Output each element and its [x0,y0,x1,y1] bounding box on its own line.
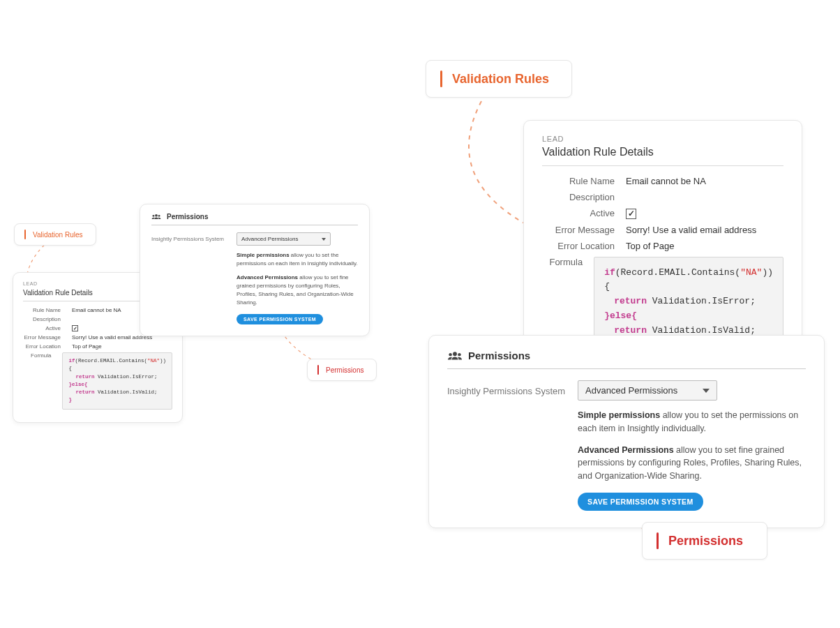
tag-accent-bar [24,230,26,239]
vrd-value-error-message: Sorry! Use a valid email address [72,334,152,341]
permissions-title: Permissions [468,350,530,361]
vrd-label-error-location: Error Location [23,343,72,350]
fx-expr: (Record.EMAIL.Contains( [75,358,147,364]
vrd-label-error-location: Error Location [542,241,626,251]
permissions-system-label: Insightly Permissions System [151,232,224,324]
tag-accent-bar [657,532,659,549]
save-permission-system-button[interactable]: SAVE PERMISSION SYSTEM [237,314,323,324]
simple-bold: Simple permissions [578,410,660,420]
fx-ret2: Validation.IsValid; [647,325,756,336]
tag-validation-rules-small: Validation Rules [14,223,96,246]
vrd-value-error-message: Sorry! Use a valid email address [626,225,756,235]
svg-point-2 [458,352,460,355]
vrd-title: Validation Rule Details [542,146,783,166]
fx-str: "NA" [740,267,762,278]
vrd-active-checkbox[interactable] [626,209,636,219]
vrd-label-error-message: Error Message [542,225,626,235]
fx-if: if [604,267,615,278]
fx-return: return [75,374,94,380]
fx-brace2: { [84,382,88,387]
svg-point-5 [158,215,160,217]
vrd-label-formula: Formula [23,352,62,359]
simple-permissions-desc: Simple permissions allow you to set the … [578,409,806,435]
vrd-label-formula: Formula [542,257,594,267]
fx-endbrace: } [68,397,72,403]
vrd-value-error-location: Top of Page [72,343,102,350]
tag-accent-bar [440,70,442,87]
fx-str: "NA" [147,358,160,364]
vrd-label-description: Description [23,316,72,322]
svg-point-4 [153,215,155,217]
chevron-down-icon [703,389,710,393]
fx-brace2: { [631,311,637,321]
tag-permissions-large: Permissions [642,522,767,560]
fx-expr: (Record.EMAIL.Contains( [615,267,740,278]
fx-ret1: Validation.IsError; [647,296,756,306]
vrd-category-label: LEAD [542,135,783,143]
tag-label: Permissions [668,534,743,548]
fx-ret1: Validation.IsError; [94,374,157,380]
permissions-system-label: Insightly Permissions System [447,380,565,511]
tag-validation-rules-large: Validation Rules [426,60,572,98]
tag-label: Permissions [326,366,363,374]
fx-return2: return [614,325,647,336]
chevron-down-icon [322,238,326,241]
tag-permissions-small: Permissions [307,359,377,381]
advanced-permissions-desc: Advanced Permissions allow you to set fi… [578,444,806,483]
fx-return: return [614,296,647,306]
select-value: Advanced Permissions [241,236,298,242]
vrd-value-error-location: Top of Page [626,241,674,251]
simple-bold: Simple permissions [237,252,290,258]
tag-label: Validation Rules [33,231,83,239]
vrd-label-rule-name: Rule Name [23,307,72,313]
adv-bold: Advanced Permissions [578,445,674,455]
permissions-system-select[interactable]: Advanced Permissions [237,232,331,246]
vrd-value-rule-name: Email cannot be NA [626,176,706,186]
vrd-active-checkbox[interactable] [72,325,78,331]
vrd-value-rule-name: Email cannot be NA [72,307,121,313]
vrd-label-rule-name: Rule Name [542,176,626,186]
fx-brace: } [604,311,610,321]
formula-box-small: if(Record.EMAIL.Contains("NA")){ return … [62,352,172,410]
permissions-title: Permissions [167,213,208,220]
simple-permissions-desc: Simple permissions allow you to set the … [237,251,358,268]
svg-point-0 [453,352,457,356]
fx-ret2: Validation.IsValid; [94,389,157,395]
select-value: Advanced Permissions [585,385,677,396]
save-permission-system-button[interactable]: SAVE PERMISSION SYSTEM [578,493,703,511]
vrd-label-active: Active [23,325,72,331]
fx-return2: return [75,389,94,395]
vrd-label-error-message: Error Message [23,334,72,341]
group-icon [447,351,463,361]
fx-else: else [610,311,631,321]
group-icon [151,214,161,220]
svg-point-1 [449,352,451,355]
tag-label: Validation Rules [452,72,549,87]
svg-point-3 [155,214,158,217]
permissions-panel-large: Permissions Insightly Permissions System… [428,335,825,528]
permissions-panel-small: Permissions Insightly Permissions System… [140,204,370,336]
permissions-system-select[interactable]: Advanced Permissions [578,380,717,401]
vrd-label-description: Description [542,192,626,202]
tag-accent-bar [317,365,319,375]
adv-bold: Advanced Permissions [237,274,298,281]
fx-else: else [72,382,84,387]
advanced-permissions-desc: Advanced Permissions allow you to set fi… [237,274,358,307]
vrd-label-active: Active [542,208,626,219]
